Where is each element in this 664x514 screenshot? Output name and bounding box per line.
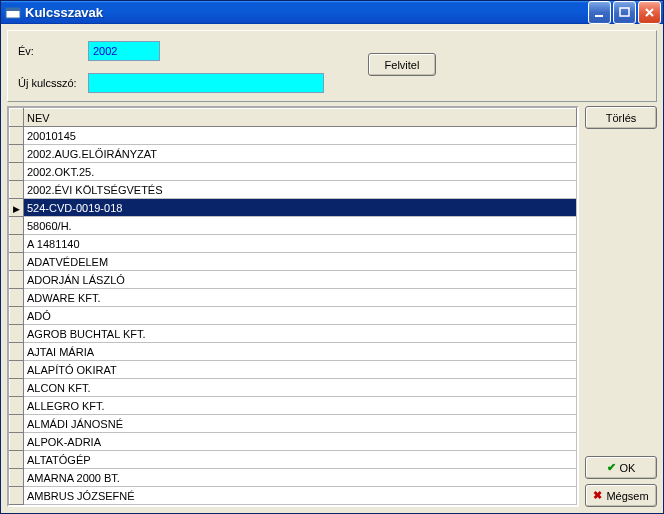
svg-rect-2 [595,15,603,17]
cell-nev[interactable]: 20010145 [24,127,577,145]
row-indicator [10,181,24,199]
row-indicator [10,325,24,343]
cell-nev[interactable]: ALCON KFT. [24,379,577,397]
cell-nev[interactable]: ADWARE KFT. [24,289,577,307]
row-indicator [10,127,24,145]
check-icon: ✔ [607,461,616,474]
table-row[interactable]: ADÓ [10,307,577,325]
cell-nev[interactable]: A 1481140 [24,235,577,253]
row-indicator [10,217,24,235]
cell-nev[interactable]: ALAPÍTÓ OKIRAT [24,361,577,379]
row-indicator [10,451,24,469]
torles-label: Törlés [606,112,637,124]
window-title: Kulcsszavak [25,5,588,20]
form-panel: Év: Új kulcsszó: Felvitel [7,30,657,102]
row-indicator [10,469,24,487]
keyword-input[interactable] [88,73,324,93]
cell-nev[interactable]: 2002.OKT.25. [24,163,577,181]
titlebar-buttons [588,1,661,24]
table-row[interactable]: 2002.OKT.25. [10,163,577,181]
table-row[interactable]: AMARNA 2000 BT. [10,469,577,487]
indicator-header [10,109,24,127]
cell-nev[interactable]: ADORJÁN LÁSZLÓ [24,271,577,289]
row-indicator [10,397,24,415]
svg-rect-1 [6,8,20,11]
row-indicator [10,433,24,451]
megsem-button[interactable]: ✖ Mégsem [585,484,657,507]
row-indicator [10,487,24,505]
year-label: Év: [18,45,88,57]
table-row[interactable]: ALCON KFT. [10,379,577,397]
table-row[interactable]: AJTAI MÁRIA [10,343,577,361]
row-indicator [10,163,24,181]
row-indicator [10,253,24,271]
table-row[interactable]: ALAPÍTÓ OKIRAT [10,361,577,379]
minimize-button[interactable] [588,1,611,24]
keyword-label: Új kulcsszó: [18,77,88,89]
table-row[interactable]: ADWARE KFT. [10,289,577,307]
ok-button[interactable]: ✔ OK [585,456,657,479]
row-indicator [10,379,24,397]
column-header-nev[interactable]: NEV [24,109,577,127]
cell-nev[interactable]: ALTATÓGÉP [24,451,577,469]
table-row[interactable]: ADORJÁN LÁSZLÓ [10,271,577,289]
cell-nev[interactable]: AMBRUS JÓZSEFNÉ [24,487,577,505]
row-indicator [10,361,24,379]
table-row[interactable]: AMBRUS JÓZSEFNÉ [10,487,577,505]
table-row[interactable]: ▶524-CVD-0019-018 [10,199,577,217]
row-indicator [10,235,24,253]
row-indicator [10,145,24,163]
cell-nev[interactable]: ALPOK-ADRIA [24,433,577,451]
app-icon [5,5,21,21]
cell-nev[interactable]: AJTAI MÁRIA [24,343,577,361]
row-indicator [10,343,24,361]
table-row[interactable]: 2002.AUG.ELŐIRÁNYZAT [10,145,577,163]
cancel-icon: ✖ [593,489,602,502]
row-indicator [10,307,24,325]
cell-nev[interactable]: AGROB BUCHTAL KFT. [24,325,577,343]
table-row[interactable]: ALLEGRO KFT. [10,397,577,415]
row-indicator: ▶ [10,199,24,217]
maximize-button[interactable] [613,1,636,24]
svg-rect-3 [620,8,629,16]
right-button-panel: Törlés ✔ OK ✖ Mégsem [585,106,657,507]
titlebar: Kulcsszavak [1,1,663,24]
table-row[interactable]: ALTATÓGÉP [10,451,577,469]
torles-button[interactable]: Törlés [585,106,657,129]
content-row: NEV 200101452002.AUG.ELŐIRÁNYZAT2002.OKT… [7,106,657,507]
cell-nev[interactable]: 2002.AUG.ELŐIRÁNYZAT [24,145,577,163]
cell-nev[interactable]: 2002.ÉVI KÖLTSÉGVETÉS [24,181,577,199]
cell-nev[interactable]: 524-CVD-0019-018 [24,199,577,217]
spacer [585,134,657,456]
row-indicator [10,415,24,433]
table-row[interactable]: 20010145 [10,127,577,145]
cell-nev[interactable]: 58060/H. [24,217,577,235]
cell-nev[interactable]: AMARNA 2000 BT. [24,469,577,487]
table-row[interactable]: ALPOK-ADRIA [10,433,577,451]
keyword-grid[interactable]: NEV 200101452002.AUG.ELŐIRÁNYZAT2002.OKT… [9,108,577,505]
megsem-label: Mégsem [606,490,648,502]
table-row[interactable]: A 1481140 [10,235,577,253]
table-row[interactable]: 2002.ÉVI KÖLTSÉGVETÉS [10,181,577,199]
ok-label: OK [620,462,636,474]
table-row[interactable]: AGROB BUCHTAL KFT. [10,325,577,343]
row-indicator [10,289,24,307]
client-area: Év: Új kulcsszó: Felvitel NEV [1,24,663,513]
cell-nev[interactable]: ADÓ [24,307,577,325]
table-row[interactable]: ALMÁDI JÁNOSNÉ [10,415,577,433]
felvitel-label: Felvitel [385,59,420,71]
cell-nev[interactable]: ALMÁDI JÁNOSNÉ [24,415,577,433]
cell-nev[interactable]: ALLEGRO KFT. [24,397,577,415]
close-button[interactable] [638,1,661,24]
row-indicator [10,271,24,289]
cell-nev[interactable]: ADATVÉDELEM [24,253,577,271]
table-row[interactable]: 58060/H. [10,217,577,235]
window-frame: Kulcsszavak Év: Új kulcsszó: Fel [0,0,664,514]
grid-container[interactable]: NEV 200101452002.AUG.ELŐIRÁNYZAT2002.OKT… [7,106,579,507]
table-row[interactable]: ADATVÉDELEM [10,253,577,271]
year-input[interactable] [88,41,160,61]
felvitel-button[interactable]: Felvitel [368,53,436,76]
